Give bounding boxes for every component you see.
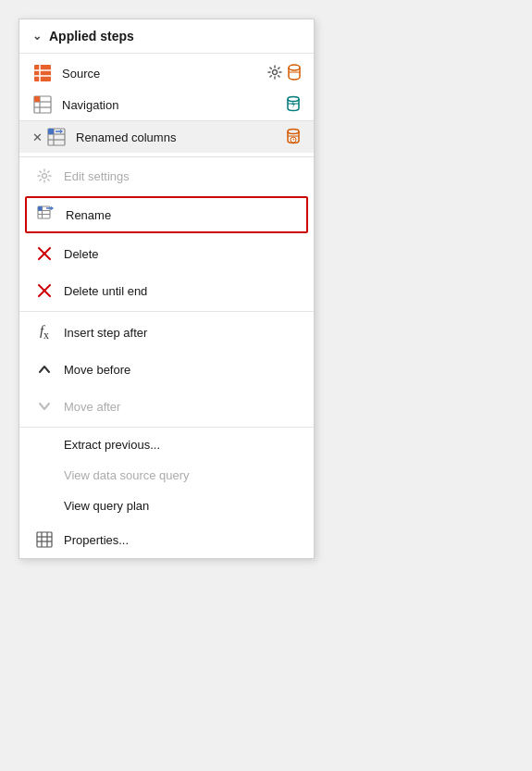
svg-point-5 bbox=[289, 65, 300, 70]
edit-settings-label: Edit settings bbox=[64, 169, 130, 183]
edit-settings-gear-icon bbox=[34, 166, 55, 186]
insert-step-after-label: Insert step after bbox=[64, 326, 147, 340]
svg-rect-37 bbox=[37, 532, 52, 547]
menu-item-move-after[interactable]: Move after bbox=[19, 388, 314, 425]
menu-item-view-query-plan[interactable]: View query plan bbox=[19, 491, 314, 521]
move-after-label: Move after bbox=[64, 400, 120, 414]
separator-2 bbox=[19, 427, 314, 428]
svg-point-12 bbox=[288, 96, 299, 101]
db-orange-icon bbox=[288, 64, 301, 83]
navigation-actions bbox=[286, 95, 301, 115]
applied-steps-header: ⌄ Applied steps bbox=[19, 19, 314, 54]
rename-label: Rename bbox=[66, 208, 111, 222]
delete-until-end-label: Delete until end bbox=[64, 284, 147, 298]
svg-rect-11 bbox=[34, 96, 40, 102]
menu-item-insert-step-after[interactable]: fx Insert step after bbox=[19, 314, 314, 351]
applied-steps-panel: ⌄ Applied steps Source bbox=[19, 19, 315, 559]
menu-item-properties[interactable]: Properties... bbox=[19, 521, 314, 558]
panel-title: Applied steps bbox=[49, 29, 134, 44]
properties-grid-icon bbox=[34, 529, 55, 550]
view-data-source-query-label: View data source query bbox=[64, 468, 190, 482]
chevron-icon: ⌄ bbox=[32, 30, 42, 43]
properties-label: Properties... bbox=[64, 533, 129, 547]
source-actions bbox=[267, 64, 301, 83]
menu-item-move-before[interactable]: Move before bbox=[19, 351, 314, 388]
navigation-label: Navigation bbox=[62, 98, 286, 112]
chevron-down-icon bbox=[34, 396, 55, 417]
view-query-plan-label: View query plan bbox=[64, 499, 149, 513]
step-item-renamed-columns[interactable]: ✕ Renamed columns bbox=[19, 120, 314, 153]
step-list: Source bbox=[19, 54, 314, 156]
rename-icon bbox=[36, 205, 56, 225]
svg-point-21 bbox=[288, 129, 299, 133]
separator-1 bbox=[19, 311, 314, 312]
delete-until-end-x-icon bbox=[34, 280, 55, 301]
source-icon bbox=[32, 63, 53, 83]
renamed-columns-icon bbox=[46, 127, 67, 147]
menu-item-edit-settings[interactable]: Edit settings bbox=[19, 157, 314, 194]
fx-icon: fx bbox=[34, 322, 55, 342]
context-menu: Edit settings Rename bbox=[19, 156, 314, 558]
source-label: Source bbox=[62, 67, 267, 81]
extract-previous-label: Extract previous... bbox=[64, 438, 160, 452]
delete-x-icon bbox=[34, 243, 55, 264]
renamed-columns-actions bbox=[286, 128, 301, 147]
move-before-label: Move before bbox=[64, 363, 130, 377]
menu-item-extract-previous[interactable]: Extract previous... bbox=[19, 429, 314, 460]
menu-item-view-data-source-query[interactable]: View data source query bbox=[19, 460, 314, 491]
step-item-source[interactable]: Source bbox=[19, 57, 314, 89]
svg-rect-19 bbox=[48, 129, 54, 134]
close-icon[interactable]: ✕ bbox=[32, 131, 43, 144]
svg-rect-0 bbox=[34, 65, 51, 81]
gear-icon[interactable] bbox=[267, 65, 282, 82]
db-orange-clock-icon bbox=[286, 128, 301, 147]
svg-point-26 bbox=[43, 174, 47, 179]
chevron-up-icon bbox=[34, 359, 55, 379]
navigation-icon bbox=[32, 94, 53, 115]
svg-rect-31 bbox=[38, 206, 43, 211]
renamed-columns-label: Renamed columns bbox=[76, 131, 286, 144]
db-teal-lightning-icon bbox=[286, 95, 301, 115]
menu-item-delete[interactable]: Delete bbox=[19, 235, 314, 272]
svg-point-4 bbox=[273, 69, 278, 74]
step-item-navigation[interactable]: Navigation bbox=[19, 89, 314, 120]
menu-item-rename[interactable]: Rename bbox=[25, 196, 308, 233]
menu-item-delete-until-end[interactable]: Delete until end bbox=[19, 272, 314, 309]
delete-label: Delete bbox=[64, 247, 99, 261]
